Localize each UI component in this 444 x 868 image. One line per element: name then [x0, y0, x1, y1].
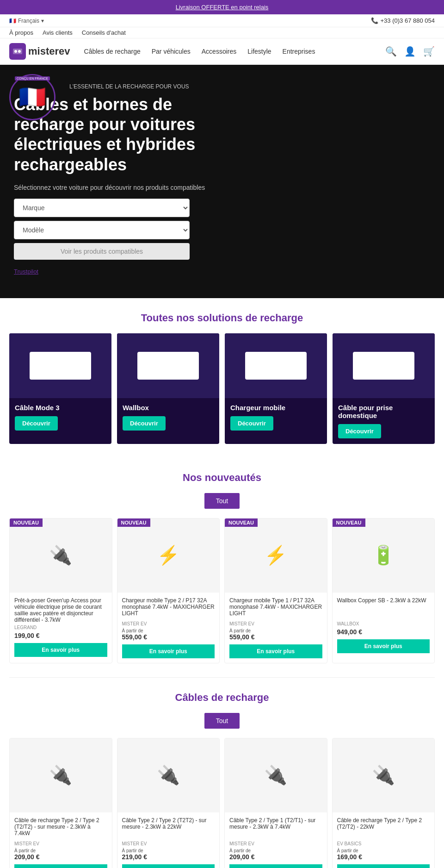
product-brand-2: MISTER EV	[229, 621, 322, 626]
cable-name-3: Câble de recharge Type 2 / Type 2 (T2/T2…	[337, 817, 430, 839]
nouveautes-grid: NOUVEAU 🔌 Prêt-à-poser Green'up Access p…	[9, 518, 435, 663]
product-img-0: 🔌	[10, 518, 112, 593]
cable-price-0: 209,00 €	[14, 853, 107, 861]
product-btn-0[interactable]: En savoir plus	[14, 643, 107, 657]
model-select[interactable]: Modèle	[14, 221, 190, 239]
solution-title-mode3: Câble Mode 3	[15, 404, 106, 412]
product-name-1: Chargeur mobile Type 2 / P17 32A monopha…	[122, 597, 215, 619]
cables-filter-all-button[interactable]: Tout	[204, 713, 240, 729]
phone-info: 📞 +33 (0)3 67 880 054	[371, 17, 435, 24]
language-selector[interactable]: 🇫🇷 Français ▾	[9, 18, 44, 24]
cable-card-2: 🔌 Câble Type 2 / Type 1 (T2/T1) - sur me…	[224, 738, 327, 868]
cable-card-3: 🔌 Câble de recharge Type 2 / Type 2 (T2/…	[332, 738, 435, 868]
cable-price-1: 219,00 €	[122, 853, 215, 861]
product-price-label-1: À partir de	[122, 628, 215, 633]
header: misterev Câbles de recharge Par véhicule…	[0, 38, 444, 65]
discover-domestic-button[interactable]: Découvrir	[338, 424, 381, 438]
solution-title-domestic: Câble pour prise domestique	[338, 404, 429, 419]
discover-mode3-button[interactable]: Découvrir	[15, 416, 58, 431]
product-btn-1[interactable]: En savoir plus	[122, 644, 215, 658]
product-icon-3: 🔋	[372, 544, 395, 566]
cart-icon[interactable]: 🛒	[423, 46, 435, 57]
product-icon-2: ⚡	[264, 544, 287, 566]
france-flag-icon: 🇫🇷	[18, 84, 46, 110]
product-brand-0: LEGRAND	[14, 625, 107, 630]
product-name-0: Prêt-à-poser Green'up Access pour véhicu…	[14, 597, 107, 623]
lang-bar: 🇫🇷 Français ▾ 📞 +33 (0)3 67 880 054	[0, 14, 444, 27]
product-card-3: NOUVEAU 🔋 Wallbox Copper SB - 2.3kW à 22…	[332, 518, 435, 663]
cable-name-2: Câble Type 2 / Type 1 (T2/T1) - sur mesu…	[229, 817, 322, 839]
nouveautes-filter-all-button[interactable]: Tout	[204, 493, 240, 509]
advice-link[interactable]: Conseils d'achat	[82, 29, 126, 36]
nouveautes-filter: Tout	[9, 493, 435, 509]
product-price-label-2: À partir de	[229, 628, 322, 633]
discover-charger-button[interactable]: Découvrir	[230, 416, 273, 431]
hero-subtitle: Sélectionnez votre voiture pour découvri…	[14, 184, 430, 191]
phone-icon: 📞	[371, 17, 378, 24]
cable-btn-0[interactable]: En savoir plus	[14, 864, 107, 868]
cable-name-1: Câble Type 2 / Type 2 (T2T2) - sur mesur…	[122, 817, 215, 839]
nav-enterprises[interactable]: Entreprises	[283, 48, 315, 55]
product-price-3: 949,00 €	[337, 628, 430, 636]
cable-brand-3: EV BASICS	[337, 841, 430, 846]
svg-point-2	[18, 50, 21, 53]
product-price-1: 559,00 €	[122, 633, 215, 641]
logo-icon	[9, 43, 26, 60]
trustpilot-link[interactable]: Trustpilot	[14, 268, 38, 275]
cable-img-0: 🔌	[10, 738, 112, 812]
phone-number: +33 (0)3 67 880 054	[381, 17, 435, 24]
product-btn-2[interactable]: En savoir plus	[229, 644, 322, 658]
hero-section: 🇫🇷 CONÇU EN FRANCE L'ESSENTIEL DE LA REC…	[0, 65, 444, 298]
product-brand-1: MISTER EV	[122, 621, 215, 626]
banner-link[interactable]: Livraison OFFERTE en point relais	[176, 4, 269, 11]
nav-lifestyle[interactable]: Lifestyle	[247, 48, 271, 55]
cable-icon-2: 🔌	[264, 764, 287, 786]
info-bar: À propos Avis clients Conseils d'achat	[0, 27, 444, 38]
header-icons: 🔍 👤 🛒	[385, 46, 435, 57]
solution-title-charger: Chargeur mobile	[230, 404, 321, 412]
cable-btn-2[interactable]: En savoir plus	[229, 864, 322, 868]
cable-name-0: Câble de recharge Type 2 / Type 2 (T2/T2…	[14, 817, 107, 839]
cable-brand-1: MISTER EV	[122, 841, 215, 846]
nav-vehicles[interactable]: Par véhicules	[152, 48, 191, 55]
cable-icon-3: 🔌	[372, 764, 395, 786]
cable-price-label-2: À partir de	[229, 848, 322, 853]
cables-title: Câbles de recharge	[9, 692, 435, 704]
solution-card-wallbox: Wallbox Découvrir	[117, 333, 219, 444]
cables-section: Câbles de recharge Tout 🔌 Câble de recha…	[0, 678, 444, 868]
product-badge-0: NOUVEAU	[10, 518, 43, 527]
hero-badge: 🇫🇷 CONÇU EN FRANCE	[9, 74, 56, 120]
solution-title-wallbox: Wallbox	[123, 404, 214, 412]
flag-icon: 🇫🇷	[9, 18, 16, 24]
logo-text: misterev	[28, 45, 70, 57]
product-img-3: 🔋	[333, 518, 435, 593]
reviews-link[interactable]: Avis clients	[43, 29, 73, 36]
cable-brand-2: MISTER EV	[229, 841, 322, 846]
about-link[interactable]: À propos	[9, 29, 33, 36]
solution-img-charger	[225, 333, 327, 398]
discover-wallbox-button[interactable]: Découvrir	[123, 416, 166, 431]
solution-img-mode3	[9, 333, 111, 398]
search-icon[interactable]: 🔍	[385, 46, 397, 57]
svg-point-1	[14, 50, 17, 53]
cable-price-label-1: À partir de	[122, 848, 215, 853]
cable-btn-3[interactable]: En savoir plus	[337, 864, 430, 868]
product-btn-3[interactable]: En savoir plus	[337, 639, 430, 653]
nouveautes-title: Nos nouveautés	[9, 472, 435, 484]
nav-accessories[interactable]: Accessoires	[202, 48, 236, 55]
product-name-2: Chargeur mobile Type 1 / P17 32A monopha…	[229, 597, 322, 619]
solution-card-mode3: Câble Mode 3 Découvrir	[9, 333, 111, 444]
cable-btn-1[interactable]: En savoir plus	[122, 864, 215, 868]
product-price-0: 199,00 €	[14, 632, 107, 639]
user-icon[interactable]: 👤	[404, 46, 416, 57]
product-icon-0: 🔌	[49, 544, 72, 566]
nav-cables[interactable]: Câbles de recharge	[84, 48, 141, 55]
product-card-0: NOUVEAU 🔌 Prêt-à-poser Green'up Access p…	[9, 518, 112, 663]
product-badge-3: NOUVEAU	[333, 518, 365, 527]
product-img-1: ⚡	[117, 518, 220, 593]
hero-form: Marque Modèle Voir les produits compatib…	[14, 199, 190, 263]
find-products-button[interactable]: Voir les produits compatibles	[14, 243, 190, 260]
main-nav: Câbles de recharge Par véhicules Accesso…	[84, 48, 385, 55]
logo[interactable]: misterev	[9, 43, 70, 60]
brand-select[interactable]: Marque	[14, 199, 190, 217]
